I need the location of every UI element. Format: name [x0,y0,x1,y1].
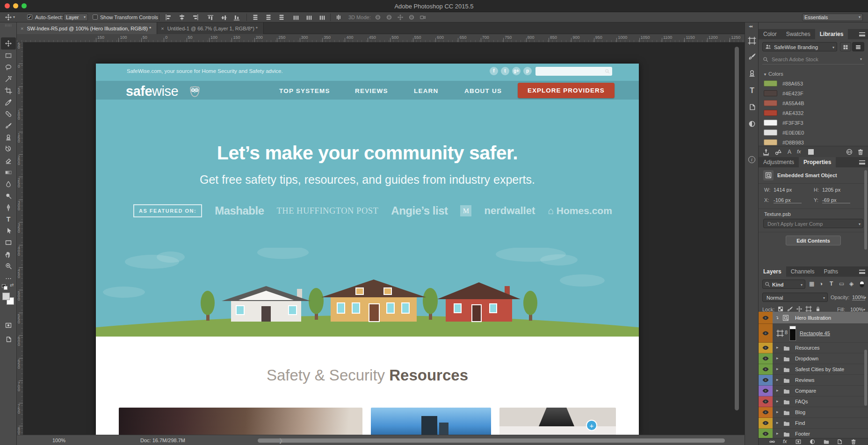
auto-select-checkbox[interactable]: ✓ [27,14,32,20]
distribute-right-icon[interactable] [318,14,326,21]
layer-name[interactable]: Compare [795,388,816,394]
resource-card-photo[interactable] [371,408,491,435]
filter-adjustment-layers-icon[interactable]: ◑ [819,280,823,287]
y-value-field[interactable]: -69 px [822,197,850,203]
align-bottom-icon[interactable] [233,14,241,21]
move-tool[interactable] [5,40,12,47]
canvas-area[interactable]: SafeWise.com, your source for Home Secur… [23,43,745,435]
site-logo[interactable]: safewise [126,84,178,99]
library-color-item[interactable]: #AE4332 [759,109,868,118]
lock-transparency-icon[interactable] [777,306,784,312]
distribute-h-center-icon[interactable] [305,14,312,21]
3d-pan-icon[interactable] [397,14,404,21]
align-right-icon[interactable] [192,14,199,21]
filter-toggle[interactable] [860,281,864,287]
explore-providers-button[interactable]: EXPLORE PROVIDERS [518,83,615,98]
adjustment-layer-icon[interactable] [809,438,816,445]
foreground-color-swatch[interactable] [2,293,10,300]
layer-group-reviews[interactable]: ▸Reviews [759,375,868,386]
distribute-top-icon[interactable] [252,14,259,21]
layer-name[interactable]: Footer [795,431,810,437]
add-char-style-icon[interactable]: A [788,149,791,155]
tab-color[interactable]: Color [759,29,781,39]
lock-pixels-icon[interactable] [787,306,793,312]
blur-tool[interactable] [5,180,12,188]
resource-card-photo[interactable] [119,408,362,435]
group-caret[interactable]: ▸ [776,345,779,350]
pinterest-icon[interactable]: p [523,67,532,75]
fill-chevron[interactable]: ▾ [863,308,865,312]
dock-panel-icon-frame[interactable] [748,36,756,45]
layer-group-faqs[interactable]: ▸FAQs [759,396,868,407]
3d-slide-icon[interactable] [408,14,415,21]
nav-top-systems[interactable]: TOP SYSTEMS [279,87,330,94]
nav-reviews[interactable]: REVIEWS [355,87,388,94]
filter-pixel-layers-icon[interactable]: ▦ [809,280,814,287]
edit-contents-button[interactable]: Edit Contents [786,236,841,245]
layer-visibility-cell[interactable] [759,396,773,407]
distribute-left-icon[interactable] [292,14,299,21]
panel-menu-icon[interactable] [859,32,865,36]
3d-roll-icon[interactable] [385,14,393,21]
tool-preset-chevron[interactable]: ▾ [13,15,15,19]
grid-view-button[interactable] [840,42,851,51]
dock-panel-icon-brush[interactable] [748,52,756,61]
lasso-tool[interactable] [5,64,12,71]
healing-brush-tool[interactable] [5,110,12,118]
group-caret[interactable]: ▸ [776,409,779,414]
library-color-item[interactable]: #4E423F [759,89,868,99]
layer-row-rectangle-45[interactable]: 8 Rectangle 45 [759,324,868,343]
tab-paths[interactable]: Paths [819,266,843,277]
layer-group-blog[interactable]: ▸Blog [759,407,868,418]
opacity-value[interactable]: 100% [852,294,865,301]
swap-colors-icon[interactable]: ⇄ [10,282,14,287]
move-tool-option-icon[interactable] [5,14,12,21]
eyedropper-tool[interactable] [5,99,12,106]
group-caret[interactable]: ▸ [776,377,779,382]
align-top-icon[interactable] [206,14,214,21]
workspace-switcher[interactable]: Essentials▾ [802,14,863,21]
layer-name[interactable]: Find [795,420,805,426]
add-mask-icon[interactable] [795,438,802,445]
layer-visibility-cell[interactable] [759,386,773,396]
colors-group-header[interactable]: ▼ Colors [763,71,783,77]
nav-about-us[interactable]: ABOUT US [464,87,502,94]
layer-name[interactable]: Blog [795,409,805,415]
dock-panel-icon-layers[interactable] [748,103,756,111]
horizontal-ruler[interactable]: 1501005005010015020025030035040045050055… [17,34,745,43]
rectangle-tool[interactable] [5,239,12,246]
crop-tool[interactable] [5,87,12,94]
library-color-item[interactable]: #88A653 [759,79,868,89]
layer-visibility-cell[interactable] [759,364,773,375]
layer-visibility-cell[interactable] [759,418,773,429]
group-caret[interactable]: ▸ [776,431,779,436]
layer-group-resources[interactable]: ▸Resources [759,343,868,353]
library-color-item[interactable]: #A55A4B [759,99,868,108]
screen-mode-icon[interactable] [5,336,12,343]
filter-smart-objects-icon[interactable]: ◈ [849,280,854,287]
layer-name[interactable]: Dropdown [795,356,818,361]
vertical-scrollbar[interactable] [735,47,739,410]
auto-select-dropdown[interactable]: Layer▾ [64,14,88,21]
library-search-field[interactable]: Search Adobe Stock ▾ [762,55,864,65]
filter-shape-layers-icon[interactable]: ▭ [839,280,844,287]
add-layer-style-icon[interactable]: fx [797,149,801,154]
tab-swatches[interactable]: Swatches [781,29,815,39]
new-layer-icon[interactable] [836,438,843,445]
filter-type-layers-icon[interactable]: T [830,280,833,287]
twitter-icon[interactable]: t [501,67,509,75]
nav-learn[interactable]: LEARN [414,87,439,94]
tab-properties[interactable]: Properties [799,157,836,167]
layer-visibility-cell[interactable] [759,324,773,343]
type-tool[interactable] [5,215,12,223]
layer-filter-kind-dropdown[interactable]: Kind ▾ [762,280,805,289]
quick-selection-tool[interactable] [5,75,12,83]
upload-asset-icon[interactable] [762,148,770,156]
gradient-tool[interactable] [5,169,12,176]
layer-comp-dropdown[interactable]: Don't Apply Layer Comp ▾ [763,219,863,228]
show-transform-checkbox[interactable] [93,14,98,20]
dock-panel-icon-type[interactable] [748,86,756,94]
layer-name[interactable]: Hero Illustration [795,315,831,321]
layer-name[interactable]: FAQs [795,399,808,404]
info-panel-icon[interactable]: i [748,156,755,163]
